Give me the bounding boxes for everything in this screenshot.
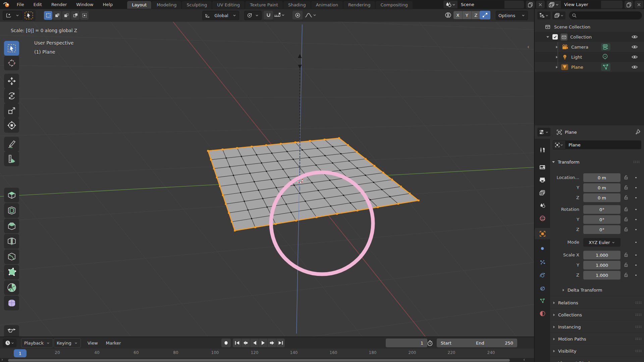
plane-mesh[interactable] (207, 137, 419, 231)
tab-object-data[interactable] (535, 295, 550, 306)
visibility-eye-toggle[interactable] (631, 44, 638, 50)
visibility-eye-toggle[interactable] (631, 54, 638, 60)
view-layer-selector[interactable]: View Layer (547, 1, 623, 8)
scroll-chevron-icon[interactable]: ‹ (523, 357, 525, 362)
play-button[interactable] (259, 339, 268, 347)
select-mode-intersect[interactable] (80, 11, 89, 20)
tab-render[interactable] (535, 162, 550, 173)
mirror-y-button[interactable]: Y (463, 11, 472, 19)
visibility-eye-toggle[interactable] (631, 34, 638, 40)
proportional-editing-toggle[interactable] (292, 11, 303, 19)
lock-icon[interactable] (623, 194, 629, 200)
tool-rotate[interactable] (4, 88, 19, 103)
view-layer-name[interactable]: View Layer (561, 1, 601, 8)
tool-cursor[interactable] (4, 56, 19, 70)
rotation-x-field[interactable]: 0° (583, 205, 621, 214)
scale-z-field[interactable]: 1.000 (583, 271, 621, 280)
outliner-item-label[interactable]: Collection (570, 35, 592, 40)
keying-menu[interactable]: Keying (54, 338, 81, 348)
tool-move[interactable] (4, 74, 19, 88)
snap-individual-toggle[interactable] (480, 11, 490, 19)
tool-transform[interactable] (4, 118, 19, 133)
scale-y-field[interactable]: 1.000 (583, 261, 621, 269)
panel-relations[interactable]: Relations (550, 296, 644, 309)
panel-grip-icon[interactable] (635, 349, 643, 353)
view-layer-remove-button[interactable] (635, 1, 643, 8)
panel-grip-icon[interactable] (635, 337, 643, 341)
select-mode-invert[interactable] (71, 11, 79, 20)
outliner-filter-dropdown[interactable] (552, 11, 566, 19)
tool-scale[interactable] (4, 103, 19, 118)
tab-constraints[interactable] (535, 282, 550, 294)
options-dropdown[interactable]: Options (496, 11, 528, 20)
mirror-z-button[interactable]: Z (472, 11, 480, 19)
animate-dot-icon[interactable] (634, 263, 638, 267)
tab-compositing[interactable]: Compositing (376, 1, 413, 9)
lock-icon[interactable] (623, 174, 629, 180)
n-panel-toggle[interactable]: ‹ (527, 44, 529, 50)
transform-orientation-dropdown[interactable]: Global (202, 11, 239, 20)
tool-bevel[interactable] (4, 219, 19, 233)
blender-logo-icon[interactable] (3, 1, 10, 8)
outliner-display-mode-dropdown[interactable] (537, 11, 550, 19)
animate-dot-icon[interactable] (634, 228, 638, 232)
next-keyframe-button[interactable] (268, 339, 276, 347)
rotation-z-field[interactable]: 0° (583, 225, 621, 234)
panel-grip-icon[interactable] (635, 301, 643, 305)
menu-file[interactable]: File (12, 0, 29, 9)
viewport-3d[interactable]: Scale: [0|] = 0 along global Z User Pers… (0, 22, 534, 337)
mirror-x-button[interactable]: X (453, 11, 463, 19)
rotation-y-field[interactable]: 0° (583, 215, 621, 224)
auto-keyframe-toggle[interactable] (425, 339, 435, 347)
panel-collections[interactable]: Collections (550, 308, 644, 321)
tool-shear[interactable] (4, 325, 19, 337)
panel-grip-icon[interactable] (635, 313, 643, 317)
lock-icon[interactable] (623, 252, 629, 258)
scene-copy-button[interactable] (526, 1, 535, 8)
select-mode-extend[interactable] (53, 11, 61, 20)
animate-dot-icon[interactable] (634, 176, 638, 180)
rotation-mode-dropdown[interactable]: XYZ Euler (583, 238, 621, 247)
animate-dot-icon[interactable] (634, 218, 638, 222)
tab-layout[interactable]: Layout (127, 1, 151, 9)
outliner-row-collection[interactable]: Collection (535, 32, 644, 42)
mesh-data-icon[interactable] (601, 63, 610, 71)
playback-menu[interactable]: Playback (21, 338, 53, 348)
panel-viewport-display[interactable]: Viewport Display (550, 357, 644, 362)
lock-icon[interactable] (623, 262, 629, 268)
transform-panel-header[interactable]: Transform (551, 158, 642, 166)
lock-icon[interactable] (623, 184, 629, 190)
properties-editor-type-button[interactable] (537, 128, 550, 136)
outliner-item-label[interactable]: Plane (571, 65, 583, 70)
outliner-search-input[interactable] (569, 11, 642, 19)
outliner-item-label[interactable]: Light (571, 55, 582, 60)
select-mode-set[interactable] (44, 11, 52, 20)
light-data-icon[interactable] (602, 53, 608, 61)
scale-x-field[interactable]: 1.000 (583, 251, 621, 259)
panel-grip-icon[interactable] (635, 325, 643, 329)
jump-to-start-button[interactable] (233, 339, 241, 347)
animate-dot-icon[interactable] (634, 196, 638, 200)
pivot-point-dropdown[interactable] (244, 11, 262, 20)
snap-with-dropdown[interactable] (274, 11, 285, 19)
proportional-falloff-dropdown[interactable] (305, 11, 317, 19)
scene-icon[interactable] (443, 1, 458, 8)
playhead[interactable]: 1 (14, 349, 26, 357)
snap-toggle[interactable] (264, 11, 273, 19)
panel-visibility[interactable]: Visibility (550, 345, 644, 357)
animate-dot-icon[interactable] (634, 273, 638, 277)
outliner-row-plane[interactable]: Plane (535, 62, 644, 72)
marker-menu[interactable]: Marker (102, 341, 125, 346)
view-layer-icon[interactable] (547, 1, 561, 8)
panel-motion-paths[interactable]: Motion Paths (550, 333, 644, 345)
outliner-row-light[interactable]: Light (535, 52, 644, 62)
location-x-field[interactable]: 0 m (583, 173, 621, 182)
expand-arrow-icon[interactable] (546, 35, 550, 39)
tool-smooth[interactable] (4, 296, 19, 310)
tool-knife[interactable] (4, 249, 19, 264)
tool-poly-build[interactable] (4, 265, 19, 280)
animate-dot-icon[interactable] (634, 253, 638, 257)
outliner-row-scene-collection[interactable]: Scene Collection (535, 22, 644, 32)
frame-end-field[interactable]: End 250 (472, 339, 517, 347)
collection-checkbox[interactable] (552, 34, 558, 40)
